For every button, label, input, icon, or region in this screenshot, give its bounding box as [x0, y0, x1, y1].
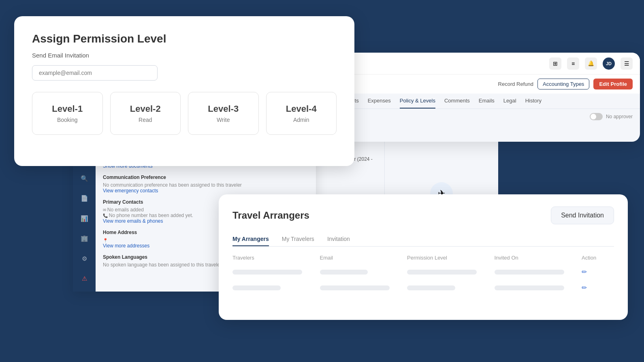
permission-card-title: Assign Permission Level [32, 32, 337, 45]
tab-comments[interactable]: Comments [444, 94, 470, 109]
chart-icon: 📊 [81, 215, 88, 222]
table-row: ✏ [232, 264, 614, 280]
level-card-2[interactable]: Level-2 Read [110, 92, 181, 135]
sidebar-icon-chart[interactable]: 📊 [78, 212, 91, 225]
warning-icon: ⚠ [82, 275, 87, 282]
th-permission: Permission Level [407, 255, 495, 261]
no-email-text: No emails added [107, 207, 144, 213]
table-row: ✏ [232, 280, 614, 296]
sidebar-icon-building[interactable]: 🏢 [78, 232, 91, 245]
accounting-types-button[interactable]: Accounting Types [537, 79, 589, 89]
level-1-title: Level-1 [41, 104, 94, 114]
list-icon-btn[interactable]: ≡ [567, 57, 579, 70]
level-4-title: Level-4 [275, 104, 328, 114]
pin-icon: 📍 [103, 238, 108, 243]
bell-icon-btn[interactable]: 🔔 [585, 57, 597, 70]
approver-toggle[interactable] [590, 113, 603, 120]
sidebar-icon-search[interactable]: 🔍 [78, 172, 91, 185]
profile-tabs: Budgets Expenses Policy & Levels Comment… [332, 94, 640, 109]
tab-legal[interactable]: Legal [503, 94, 516, 109]
skeleton-permission-1 [407, 270, 477, 275]
level-1-sub: Booking [41, 117, 94, 123]
grid-icon: ⊞ [553, 60, 558, 67]
phone-icon: 📞 [103, 213, 109, 218]
email-input[interactable] [32, 65, 158, 81]
document-icon: 📄 [81, 195, 88, 202]
emergency-contacts-link[interactable]: View emergency contacts [103, 188, 158, 194]
search-icon: 🔍 [81, 175, 88, 182]
permission-card-subtitle: Send Email Invitation [32, 52, 337, 59]
profile-card: ⊞ ≡ 🔔 JD ☰ Record Refund Accounting Type… [332, 53, 640, 142]
hamburger-btn[interactable]: ☰ [621, 57, 633, 70]
skeleton-traveler-1 [232, 270, 302, 275]
tab-my-arrangers[interactable]: My Arrangers [232, 232, 269, 246]
settings-icon: ⚙ [82, 255, 87, 262]
level-3-title: Level-3 [196, 104, 250, 114]
level-card-1[interactable]: Level-1 Booking [32, 92, 103, 135]
email-icon: ✉ [103, 208, 107, 212]
profile-action-bar: Record Refund Accounting Types Edit Prof… [332, 75, 640, 94]
communication-value: No communication preference has been ass… [103, 182, 309, 188]
building-icon: 🏢 [81, 235, 88, 242]
arrangers-title: Travel Arrangers [232, 210, 309, 221]
approver-toggle-row: No approver [332, 109, 640, 124]
skeleton-invited-2 [495, 285, 564, 290]
sidebar-icon-doc[interactable]: 📄 [78, 192, 91, 205]
level-4-sub: Admin [275, 117, 328, 123]
th-action: Action [582, 255, 614, 261]
record-refund-button[interactable]: Record Refund [498, 81, 533, 87]
sidebar-icon-warning[interactable]: ⚠ [78, 273, 91, 285]
skeleton-email-2 [320, 285, 390, 290]
profile-topbar: ⊞ ≡ 🔔 JD ☰ [332, 53, 640, 75]
table-header-row: Travelers Email Permission Level Invited… [232, 255, 614, 264]
view-emails-link[interactable]: View more emails & phones [103, 218, 163, 224]
bell-icon: 🔔 [588, 60, 594, 66]
tab-expenses[interactable]: Expenses [368, 94, 391, 109]
no-phone-text: No phone number has been added yet. [109, 213, 193, 218]
edit-row-2-button[interactable]: ✏ [582, 284, 587, 292]
level-cards-container: Level-1 Booking Level-2 Read Level-3 Wri… [32, 92, 337, 135]
skeleton-permission-2 [407, 285, 455, 290]
tab-emails[interactable]: Emails [479, 94, 495, 109]
level-card-4[interactable]: Level-4 Admin [266, 92, 337, 135]
permission-level-card: Assign Permission Level Send Email Invit… [14, 16, 354, 166]
communication-title: Communication Preference [103, 175, 309, 180]
level-3-sub: Write [196, 117, 250, 123]
skeleton-invited-1 [495, 270, 564, 275]
skeleton-email-1 [320, 270, 368, 275]
no-approver-label: No approver [606, 114, 633, 119]
tab-policy-levels[interactable]: Policy & Levels [400, 94, 435, 109]
hamburger-icon: ☰ [624, 60, 629, 67]
sidebar-icon-settings[interactable]: ⚙ [78, 252, 91, 265]
travel-arrangers-card: Travel Arrangers Send Invitation My Arra… [219, 194, 628, 320]
th-invited-on: Invited On [495, 255, 582, 261]
edit-row-1-button[interactable]: ✏ [582, 268, 587, 276]
grid-icon-btn[interactable]: ⊞ [549, 57, 561, 70]
edit-profile-button[interactable]: Edit Profile [593, 79, 633, 89]
view-addresses-link[interactable]: View more addresses [103, 243, 149, 249]
avatar-initials: JD [606, 61, 612, 66]
arrangers-table: Travelers Email Permission Level Invited… [232, 255, 614, 296]
level-2-title: Level-2 [119, 104, 173, 114]
avatar-btn[interactable]: JD [603, 57, 615, 70]
tab-history[interactable]: History [525, 94, 542, 109]
th-travelers: Travelers [232, 255, 320, 261]
level-card-3[interactable]: Level-3 Write [188, 92, 259, 135]
tab-invitation[interactable]: Invitation [327, 232, 350, 246]
tab-my-travelers[interactable]: My Travelers [282, 232, 314, 246]
list-icon: ≡ [571, 60, 575, 67]
th-email: Email [320, 255, 407, 261]
level-2-sub: Read [119, 117, 173, 123]
skeleton-traveler-2 [232, 285, 281, 290]
arrangers-header: Travel Arrangers Send Invitation [232, 207, 614, 224]
communication-section: Communication Preference No communicatio… [103, 175, 309, 194]
arrangers-tabs: My Arrangers My Travelers Invitation [232, 232, 614, 247]
send-invitation-button[interactable]: Send Invitation [551, 207, 614, 224]
